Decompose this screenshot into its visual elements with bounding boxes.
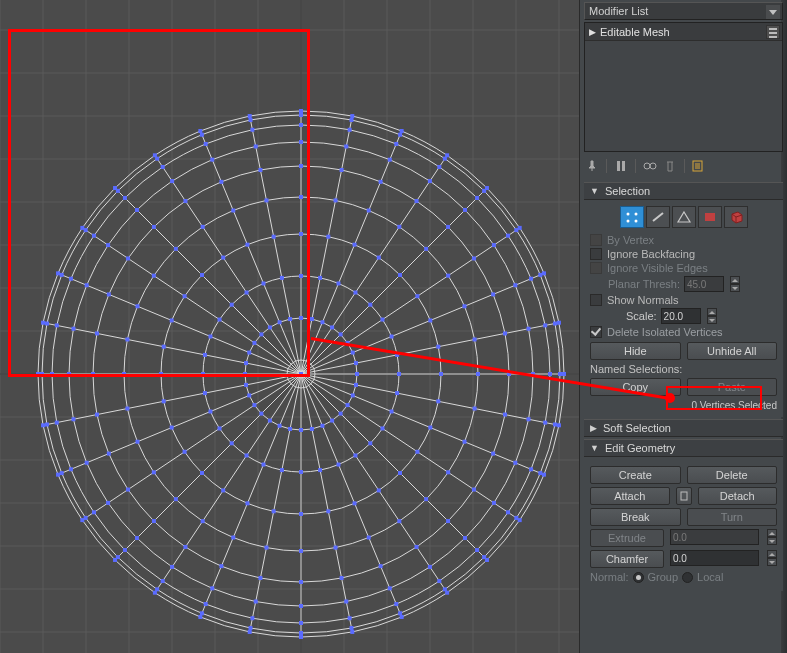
create-button[interactable]: Create <box>590 466 681 484</box>
svg-rect-196 <box>437 579 441 583</box>
svg-rect-105 <box>428 179 432 183</box>
svg-rect-252 <box>153 591 157 595</box>
modifier-list-dropdown[interactable]: Modifier List <box>584 2 783 20</box>
svg-rect-292 <box>122 372 126 376</box>
svg-rect-306 <box>41 321 45 325</box>
svg-rect-317 <box>218 318 222 322</box>
svg-rect-315 <box>56 271 60 275</box>
subobj-edge-button[interactable] <box>646 206 670 228</box>
dropdown-caret-icon[interactable] <box>766 5 780 19</box>
rollout-edit-geometry-header[interactable]: ▼ Edit Geometry <box>584 439 783 457</box>
svg-rect-325 <box>259 332 263 336</box>
svg-rect-141 <box>527 327 531 331</box>
normal-group-radio <box>633 572 644 583</box>
svg-rect-146 <box>397 372 401 376</box>
checkbox-icon <box>590 262 602 274</box>
svg-rect-322 <box>92 234 96 238</box>
attach-list-button[interactable] <box>676 487 692 505</box>
svg-rect-361 <box>299 372 303 376</box>
svg-rect-302 <box>95 331 99 335</box>
svg-rect-111 <box>398 273 402 277</box>
svg-rect-267 <box>106 501 110 505</box>
svg-rect-117 <box>485 186 489 190</box>
attach-button[interactable]: Attach <box>590 487 670 505</box>
svg-rect-109 <box>339 332 343 336</box>
rollout-soft-selection-header[interactable]: ▶ Soft Selection <box>584 419 783 437</box>
configure-modifier-sets-icon[interactable] <box>691 158 707 174</box>
checkbox-icon[interactable] <box>590 326 602 338</box>
svg-rect-238 <box>231 536 235 540</box>
viewport[interactable] <box>0 0 579 653</box>
checkbox-icon[interactable] <box>590 294 602 306</box>
subobj-element-button[interactable] <box>724 206 748 228</box>
svg-rect-270 <box>80 518 84 522</box>
svg-rect-89 <box>350 118 354 122</box>
subobj-vertex-button[interactable] <box>620 206 644 228</box>
subobj-face-button[interactable] <box>672 206 696 228</box>
svg-rect-222 <box>299 604 303 608</box>
svg-rect-232 <box>250 616 254 620</box>
extrude-spinner: 0.0 <box>670 529 759 545</box>
break-button[interactable]: Break <box>590 508 681 526</box>
svg-rect-244 <box>268 419 272 423</box>
paste-button: Paste <box>687 378 778 396</box>
show-normals-check[interactable]: Show Normals <box>590 294 777 306</box>
chamfer-spinner[interactable]: 0.0 <box>670 550 759 566</box>
spinner-buttons <box>730 276 740 292</box>
delete-isolated-check[interactable]: Delete Isolated Vertices <box>590 326 777 338</box>
show-end-result-icon[interactable] <box>613 158 629 174</box>
svg-rect-156 <box>436 399 440 403</box>
planar-thresh-label: Planar Thresh: <box>608 278 680 290</box>
svg-rect-162 <box>557 423 561 427</box>
svg-rect-304 <box>55 323 59 327</box>
remove-modifier-icon[interactable] <box>662 158 678 174</box>
svg-rect-151 <box>548 372 552 376</box>
spinner-buttons[interactable] <box>767 550 777 566</box>
svg-rect-272 <box>208 410 212 414</box>
expand-icon[interactable]: ▶ <box>589 27 596 37</box>
copy-button[interactable]: Copy <box>590 378 681 396</box>
svg-rect-231 <box>254 600 258 604</box>
svg-rect-192 <box>377 488 381 492</box>
svg-rect-281 <box>203 391 207 395</box>
svg-rect-237 <box>245 501 249 505</box>
checkbox-icon[interactable] <box>590 248 602 260</box>
svg-rect-355 <box>264 198 268 202</box>
svg-rect-340 <box>161 165 165 169</box>
detach-button[interactable]: Detach <box>698 487 778 505</box>
pin-stack-icon[interactable] <box>584 158 600 174</box>
svg-point-370 <box>634 220 637 223</box>
svg-rect-92 <box>337 281 341 285</box>
spinner-buttons[interactable] <box>707 308 717 324</box>
svg-rect-279 <box>56 473 60 477</box>
stack-item-editable-mesh[interactable]: ▶ Editable Mesh <box>585 23 782 41</box>
subobj-polygon-button[interactable] <box>698 206 722 228</box>
configure-stack-icon[interactable] <box>766 25 780 39</box>
delete-button[interactable]: Delete <box>687 466 778 484</box>
svg-rect-106 <box>437 165 441 169</box>
ignore-backfacing-check[interactable]: Ignore Backfacing <box>590 248 777 260</box>
hide-button[interactable]: Hide <box>590 342 681 360</box>
make-unique-icon[interactable] <box>642 158 658 174</box>
svg-rect-258 <box>135 536 139 540</box>
svg-rect-217 <box>299 428 303 432</box>
unhide-all-button[interactable]: Unhide All <box>687 342 778 360</box>
svg-rect-126 <box>518 226 522 230</box>
svg-rect-164 <box>390 410 394 414</box>
svg-rect-264 <box>183 450 187 454</box>
scale-spinner[interactable]: 20.0 <box>661 308 701 324</box>
svg-rect-155 <box>395 391 399 395</box>
svg-rect-110 <box>368 303 372 307</box>
svg-rect-137 <box>395 353 399 357</box>
modifier-stack[interactable]: ▶ Editable Mesh <box>584 22 783 152</box>
rollout-selection-header[interactable]: ▼ Selection <box>584 182 783 200</box>
svg-rect-131 <box>491 292 495 296</box>
svg-rect-311 <box>107 292 111 296</box>
chamfer-button[interactable]: Chamfer <box>590 550 664 568</box>
svg-rect-174 <box>415 450 419 454</box>
svg-rect-90 <box>350 114 354 118</box>
svg-rect-88 <box>348 128 352 132</box>
svg-rect-228 <box>272 509 276 513</box>
svg-rect-371 <box>705 213 715 221</box>
svg-rect-182 <box>368 441 372 445</box>
